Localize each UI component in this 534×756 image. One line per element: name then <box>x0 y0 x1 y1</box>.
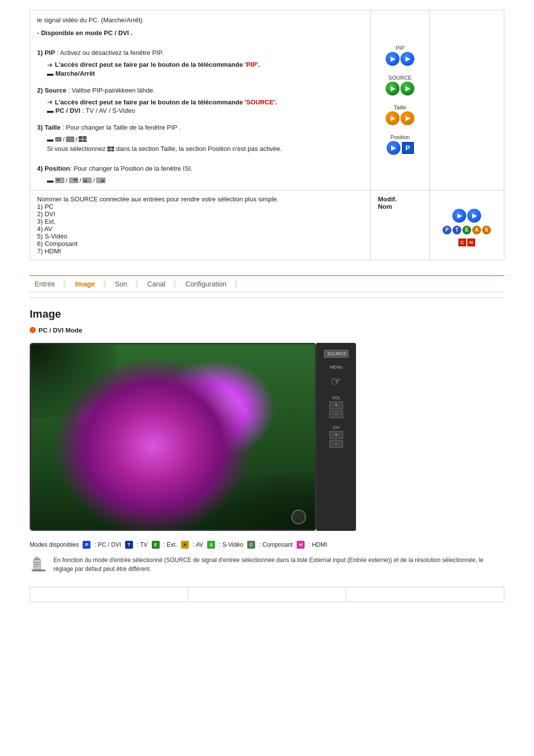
pip-icon-label: PIP <box>386 45 414 51</box>
pip-arrow-line: ➜ L'accès direct peut se faire par le bo… <box>47 61 363 69</box>
svg-rect-0 <box>32 569 45 571</box>
size-sm <box>55 137 61 142</box>
modif-item4: 4) AV <box>37 225 363 233</box>
mode-h-icon: H <box>297 541 305 549</box>
pip-right-btn[interactable]: ▶ <box>400 52 414 66</box>
nav-image[interactable]: Image <box>66 280 104 288</box>
pteas-e: E <box>462 226 471 235</box>
modif-label-cell: Modif.Nom <box>371 190 430 260</box>
pos-arrow-btn[interactable]: ▶ <box>387 141 400 155</box>
ch-box: C H <box>458 238 475 246</box>
position-icon-label: Position <box>387 134 414 140</box>
nav-canal[interactable]: Canal <box>138 280 175 288</box>
pteas-s: S <box>482 226 491 235</box>
mode-p-label: : PC / DVI <box>94 541 121 548</box>
pip-double-arrow: ▶ ▶ <box>386 52 414 66</box>
ch-label: CH <box>333 425 340 430</box>
pip-access-text: L'accès direct peut se faire par le bout… <box>55 61 260 68</box>
source-double-arrow: ▶ ▶ <box>386 82 414 95</box>
nav-configuration[interactable]: Configuration <box>177 280 236 288</box>
modif-right-btn[interactable]: ▶ <box>467 209 481 223</box>
source-arrow-line: ➜ L'accès direct peut se faire par le bo… <box>47 98 363 106</box>
dash-icon: ▬ <box>47 70 53 77</box>
monitor-circle-btn <box>291 510 306 524</box>
top-table: le signal vidéo du PC. (Marche/Arrêt) - … <box>30 10 504 260</box>
source-access-text: L'accès direct peut se faire par le bout… <box>55 98 277 106</box>
nav-son[interactable]: Son <box>106 280 137 288</box>
corner-dark-tl <box>31 344 116 419</box>
modif-item6: 6) Composant <box>37 240 363 247</box>
vol-label: VOL <box>332 395 341 400</box>
taille-note: Si vous sélectionnez dans la section Tai… <box>47 144 363 154</box>
pip-group: PIP ▶ ▶ <box>386 45 414 66</box>
mode-t-icon: T <box>125 541 133 549</box>
section-subtitle: PC / DVI Mode <box>30 327 504 334</box>
source-remote-btn[interactable]: SOURCE <box>324 350 349 358</box>
taille-icons-line: ▬ / / <box>47 136 363 143</box>
taille-double-arrow: ▶ ▶ <box>386 111 414 125</box>
subtitle-text: PC / DVI Mode <box>39 327 82 334</box>
bottom-table <box>30 587 504 602</box>
mode-s-icon: S <box>207 541 215 549</box>
source-group: SOURCE ▶ ▶ <box>386 75 414 95</box>
source-right-btn[interactable]: ▶ <box>400 82 414 95</box>
arrow-sym-source: ➜ <box>47 98 53 106</box>
pip-header: 1) PIP : Activez ou désactivez la fenêtr… <box>37 48 363 58</box>
taille-left-btn[interactable]: ▶ <box>386 111 400 125</box>
dash-icon3: ▬ <box>47 136 53 143</box>
menu-remote-label: MENU <box>330 365 343 370</box>
modif-item5: 5) S-Vidéo <box>37 233 363 240</box>
modif-icon-cell: ▶ ▶ P T E A S C H <box>430 190 504 260</box>
nav-sep5: | <box>236 280 237 287</box>
modif-left-btn[interactable]: ▶ <box>452 209 466 223</box>
pip-left-btn[interactable]: ▶ <box>386 52 400 66</box>
mode-a-icon: A <box>181 541 189 549</box>
vol-group: VOL + − <box>329 393 343 418</box>
modes-row: Modes disponibles P : PC / DVI T : TV E … <box>30 541 504 549</box>
ch-minus-btn[interactable]: − <box>329 440 343 448</box>
ch-h: H <box>467 238 475 246</box>
grid-inline-icon <box>107 146 114 151</box>
pc-dvi-line: ▬ PC / DVI : TV / AV / S-Video <box>47 107 363 114</box>
pip-icon-cell: PIP ▶ ▶ SOURCE ▶ ▶ Taill <box>371 10 430 190</box>
size-grid <box>79 136 87 142</box>
nav-bar: Entrée | Image | Son | Canal | Configura… <box>30 275 504 292</box>
pos-tl <box>55 178 64 183</box>
dash-icon2: ▬ <box>47 107 53 114</box>
pteas-a: A <box>472 226 481 235</box>
taille-right-btn[interactable]: ▶ <box>400 111 414 125</box>
pteas-box: P T E A S <box>443 226 491 235</box>
note-icon <box>30 556 47 577</box>
taille-size-icons: / / <box>55 136 87 143</box>
taille-icon-label: Taille <box>386 104 414 110</box>
note-text: En fonction du mode d'entrée sélectionné… <box>53 556 504 573</box>
ch-c: C <box>458 238 466 246</box>
pos-bl <box>83 178 91 183</box>
modes-label: Modes disponibles <box>30 541 79 548</box>
ch-plus-btn[interactable]: + <box>329 431 343 439</box>
source-left-btn[interactable]: ▶ <box>386 82 400 95</box>
modif-double-arrow: ▶ ▶ <box>452 209 481 223</box>
pip-content-cell: le signal vidéo du PC. (Marche/Arrêt) - … <box>30 10 371 190</box>
svg-marker-2 <box>34 557 41 560</box>
section-title: Image <box>30 308 504 321</box>
marche-line: ▬ Marche/Arrêt <box>47 70 363 77</box>
modif-content-cell: Nommer la SOURCE connectée aux entrées p… <box>30 190 371 260</box>
modif-item3: 3) Ext. <box>37 218 363 225</box>
mode-c-label: : Composant <box>259 541 293 548</box>
mode-h-label: : HDMI <box>309 541 327 548</box>
position-group: Position ▶ P <box>387 134 414 155</box>
vol-plus-btn[interactable]: + <box>329 401 343 409</box>
nav-entree[interactable]: Entrée <box>30 280 64 288</box>
vol-minus-btn[interactable]: − <box>329 410 343 418</box>
section-divider <box>30 297 504 298</box>
monitor-area: SOURCE MENU ☞ VOL + − CH + − <box>30 343 504 531</box>
pos-tr <box>69 178 78 183</box>
note-svg-icon <box>30 556 47 573</box>
note-box: En fonction du mode d'entrée sélectionné… <box>30 556 504 577</box>
mode-e-label: : Ext. <box>164 541 177 548</box>
pos-p-box: P <box>402 142 414 154</box>
modif-icons-group: ▶ ▶ P T E A S C H <box>437 204 497 246</box>
marche-text: Marche/Arrêt <box>55 70 95 77</box>
mode-t-label: : TV <box>137 541 148 548</box>
